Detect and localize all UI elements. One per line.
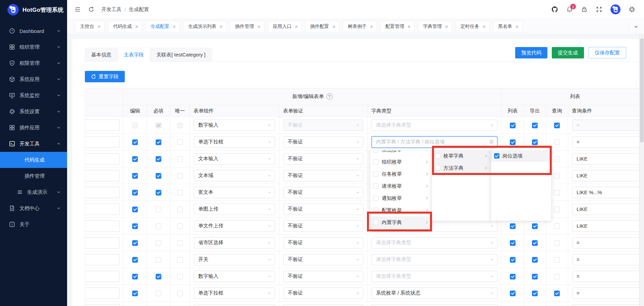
query-checkbox[interactable] <box>554 274 560 279</box>
query-condition-select[interactable]: = <box>572 271 639 282</box>
field-name-input[interactable] <box>85 153 120 165</box>
query-condition-select[interactable]: LIKE <box>572 153 639 165</box>
query-checkbox[interactable] <box>554 257 560 263</box>
cascader-option-checkbox[interactable] <box>373 195 379 201</box>
required-checkbox[interactable] <box>156 190 161 195</box>
field-name-input[interactable] <box>85 271 120 282</box>
card-tab[interactable]: 主表字段 <box>117 48 150 62</box>
app-logo[interactable]: HotGo管理系统 <box>0 0 67 19</box>
unique-checkbox[interactable] <box>177 223 183 229</box>
card-tab[interactable]: 基本信息 <box>85 48 118 62</box>
field-name-input[interactable] <box>85 204 120 215</box>
edit-checkbox[interactable] <box>132 156 138 162</box>
query-condition-select[interactable]: = <box>572 136 639 148</box>
tabs-chevron-down-icon[interactable] <box>629 22 639 31</box>
field-name-input[interactable] <box>85 170 120 181</box>
edit-checkbox[interactable] <box>132 257 138 263</box>
sidebar-item[interactable]: 系统设置 <box>0 103 67 120</box>
close-icon[interactable] <box>515 25 519 29</box>
required-checkbox[interactable] <box>156 139 161 145</box>
collapse-sidebar-icon[interactable] <box>74 6 81 13</box>
query-checkbox[interactable] <box>554 207 560 212</box>
field-name-input[interactable] <box>85 237 120 249</box>
close-icon[interactable] <box>370 25 373 29</box>
cascader-option-checkbox[interactable] <box>435 153 440 159</box>
edit-checkbox[interactable] <box>132 240 138 246</box>
field-name-input[interactable] <box>85 187 120 198</box>
list-checkbox[interactable] <box>510 223 516 229</box>
page-tab[interactable]: 黑名单 <box>493 21 523 32</box>
page-tab[interactable]: 生成演示列表 <box>183 21 227 32</box>
form-validation-select[interactable]: 不验证 <box>283 220 363 232</box>
edit-checkbox[interactable] <box>132 207 138 212</box>
page-tab[interactable]: 树表例子 <box>343 21 377 32</box>
cascader-option-checkbox[interactable] <box>435 165 440 171</box>
close-icon[interactable] <box>219 25 223 29</box>
edit-checkbox[interactable] <box>132 173 138 179</box>
submit-generate-button[interactable]: 提交生成 <box>552 47 584 58</box>
unique-checkbox[interactable] <box>177 173 183 179</box>
required-checkbox[interactable] <box>156 291 161 296</box>
sidebar-item[interactable]: Dashboard <box>0 23 67 39</box>
unique-checkbox[interactable] <box>177 190 183 195</box>
cascader-option[interactable]: 通知枚举 <box>370 192 432 204</box>
required-checkbox[interactable] <box>156 240 161 246</box>
page-tab[interactable]: 生成配置 <box>146 21 180 32</box>
sidebar-item[interactable]: 代码生成 <box>0 152 67 168</box>
preview-code-button[interactable]: 预览代码 <box>515 47 547 58</box>
sidebar-item[interactable]: 插件应用 <box>0 120 67 136</box>
query-checkbox[interactable] <box>554 173 560 179</box>
page-tab[interactable]: 定时任务 <box>455 21 490 32</box>
cascader-option[interactable]: 组织枚举 <box>370 156 432 168</box>
list-checkbox[interactable] <box>510 257 516 263</box>
form-component-select[interactable]: 单选下拉框 <box>194 136 275 148</box>
sidebar-item[interactable]: 权限管理 <box>0 55 67 71</box>
close-icon[interactable] <box>407 25 411 29</box>
query-condition-select[interactable]: = <box>572 288 639 299</box>
card-tab[interactable]: 关联表[ testCategory ] <box>150 48 212 62</box>
cascader-option-checkbox[interactable] <box>494 153 499 159</box>
required-checkbox[interactable] <box>156 207 161 212</box>
dict-type-select[interactable]: 请选择字典类型 <box>372 237 497 249</box>
user-avatar[interactable] <box>610 4 621 14</box>
query-condition-select[interactable]: LIKE <box>572 204 639 215</box>
dict-type-select[interactable]: 请选择字典类型 <box>372 304 497 306</box>
form-component-select[interactable]: 省市区选择 <box>194 237 275 249</box>
form-validation-select[interactable]: 不验证 <box>283 271 363 282</box>
export-checkbox[interactable] <box>532 123 538 128</box>
cascader-option-checkbox[interactable] <box>373 220 379 225</box>
list-checkbox[interactable] <box>510 123 516 128</box>
query-checkbox[interactable] <box>554 291 560 296</box>
page-scrollbar-thumb[interactable] <box>640 38 644 142</box>
form-component-select[interactable]: 单文件上传 <box>194 220 275 232</box>
unique-checkbox[interactable] <box>177 207 183 212</box>
form-component-select[interactable]: 单图上传 <box>194 204 275 215</box>
query-checkbox[interactable] <box>554 240 560 246</box>
dict-type-select[interactable]: 请选择字典类型 <box>372 271 497 282</box>
cascader-option-checkbox[interactable] <box>373 159 379 165</box>
sidebar-item[interactable]: 插件管理 <box>0 168 67 184</box>
edit-checkbox[interactable] <box>132 139 138 145</box>
form-validation-select[interactable]: 不验证 <box>283 237 363 249</box>
sidebar-item[interactable]: 开发工具 <box>0 136 67 152</box>
refresh-icon[interactable] <box>88 6 95 13</box>
edit-checkbox[interactable] <box>132 223 138 229</box>
query-condition-select[interactable]: LIKE <box>572 220 639 232</box>
github-icon[interactable] <box>551 6 558 13</box>
export-checkbox[interactable] <box>532 274 538 279</box>
settings-gear-icon[interactable] <box>629 6 635 13</box>
dict-type-cascader-input[interactable]: 内置字典 / 方法字典 / 岗位选项 <box>372 136 497 148</box>
form-component-select[interactable]: 文本输入 <box>194 153 275 165</box>
form-validation-select[interactable] <box>283 304 363 306</box>
close-icon[interactable] <box>482 25 486 29</box>
form-validation-select[interactable]: 不验证 <box>283 254 363 265</box>
query-condition-select[interactable] <box>572 304 639 306</box>
breadcrumb-item[interactable]: 生成配置 <box>129 6 149 13</box>
unique-checkbox[interactable] <box>177 291 183 296</box>
page-tab[interactable]: 插件管理 <box>230 21 264 32</box>
reset-fields-button[interactable]: 重置字段 <box>85 71 125 82</box>
field-name-input[interactable] <box>85 254 120 265</box>
required-checkbox[interactable] <box>156 156 161 162</box>
cascader-option[interactable]: 方法字典 <box>432 162 491 174</box>
field-name-input[interactable] <box>85 288 120 299</box>
